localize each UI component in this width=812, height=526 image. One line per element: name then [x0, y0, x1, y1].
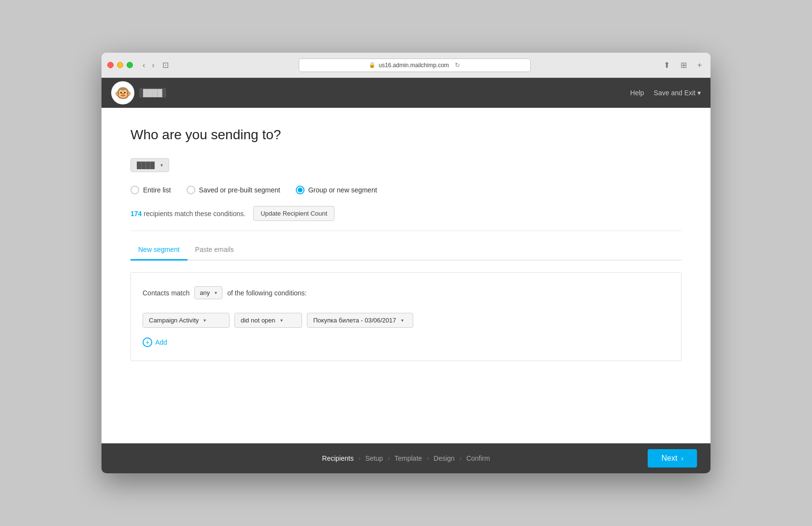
recipients-text: 174 recipients match these conditions.	[130, 210, 246, 218]
filter-field-dropdown[interactable]: Campaign Activity ▾	[143, 313, 230, 328]
match-chevron: ▾	[215, 290, 217, 295]
traffic-lights	[107, 62, 133, 68]
header-right: Help Save and Exit ▾	[630, 89, 701, 97]
breadcrumb-confirm: Confirm	[466, 454, 490, 462]
reload-icon[interactable]: ↻	[455, 61, 460, 69]
share-button[interactable]: ⬆	[661, 59, 673, 71]
radio-entire-list-circle	[130, 186, 139, 194]
filter-value-dropdown[interactable]: Покупка билета - 03/06/2017 ▾	[307, 313, 413, 328]
match-dropdown[interactable]: any ▾	[194, 286, 222, 299]
address-bar: 🔒 us16.admin.mailchimp.com ↻	[177, 58, 652, 72]
next-arrow-icon: ›	[681, 454, 683, 462]
minimize-button[interactable]	[117, 62, 123, 68]
recipients-prefix: recipients match these conditions.	[144, 210, 246, 218]
filter-operator-dropdown[interactable]: did not open ▾	[234, 313, 302, 328]
contacts-match-label: Contacts match	[143, 289, 189, 297]
audience-dropdown[interactable]: ████ ▾	[130, 158, 169, 172]
logo-area: 🐵 ████	[111, 81, 166, 104]
next-label: Next	[661, 454, 677, 463]
page-title: Who are you sending to?	[130, 127, 682, 143]
forward-button[interactable]: ›	[150, 60, 156, 71]
breadcrumb-sep-2: ›	[388, 455, 390, 462]
conditions-suffix: of the following conditions:	[227, 289, 306, 297]
browser-nav: ‹ ›	[141, 60, 157, 71]
breadcrumb-setup: Setup	[365, 454, 383, 462]
filter-operator-chevron: ▾	[280, 318, 283, 323]
url-input[interactable]: 🔒 us16.admin.mailchimp.com ↻	[299, 58, 531, 72]
segment-box: Contacts match any ▾ of the following co…	[130, 272, 682, 361]
radio-saved-segment[interactable]: Saved or pre-built segment	[187, 186, 280, 194]
radio-saved-segment-label: Saved or pre-built segment	[199, 186, 280, 194]
filter-row: Campaign Activity ▾ did not open ▾ Покуп…	[143, 313, 669, 328]
breadcrumb-nav: Recipients › Setup › Template › Design ›…	[322, 454, 490, 462]
maximize-button[interactable]	[127, 62, 133, 68]
tab-new-segment[interactable]: New segment	[130, 241, 188, 261]
help-link[interactable]: Help	[630, 89, 644, 97]
radio-entire-list-label: Entire list	[143, 186, 171, 194]
filter-value-label: Покупка билета - 03/06/2017	[313, 317, 396, 324]
segment-tabs: New segment Paste emails	[130, 241, 682, 261]
save-and-exit-button[interactable]: Save and Exit ▾	[654, 89, 701, 97]
new-tab-button[interactable]: +	[695, 60, 705, 71]
tab-mode-button[interactable]: ⊡	[160, 59, 172, 71]
lock-icon: 🔒	[369, 62, 376, 68]
next-button[interactable]: Next ›	[648, 449, 697, 468]
update-recipient-count-button[interactable]: Update Recipient Count	[253, 206, 334, 221]
recipients-count: 174	[130, 210, 142, 218]
breadcrumb-design: Design	[434, 454, 455, 462]
add-circle-icon: +	[143, 337, 152, 347]
conditions-row: Contacts match any ▾ of the following co…	[143, 286, 669, 299]
recipients-bar: 174 recipients match these conditions. U…	[130, 206, 682, 231]
footer: Recipients › Setup › Template › Design ›…	[102, 443, 710, 473]
breadcrumb-recipients: Recipients	[322, 454, 353, 462]
title-bar-actions: ⬆ ⊞ +	[658, 59, 705, 71]
match-value: any	[200, 289, 210, 296]
duplicate-button[interactable]: ⊞	[678, 59, 690, 71]
radio-entire-list[interactable]: Entire list	[130, 186, 171, 194]
audience-dropdown-chevron: ▾	[160, 162, 163, 168]
title-bar: ‹ › ⊡ 🔒 us16.admin.mailchimp.com ↻ ⬆ ⊞ +	[102, 53, 710, 78]
radio-group-new-segment[interactable]: Group or new segment	[296, 186, 377, 194]
breadcrumb-sep-1: ›	[359, 455, 361, 462]
add-condition-button[interactable]: + Add	[143, 337, 167, 347]
url-text: us16.admin.mailchimp.com	[378, 62, 449, 69]
radio-group: Entire list Saved or pre-built segment G…	[130, 186, 682, 194]
radio-saved-segment-circle	[187, 186, 195, 194]
breadcrumb-sep-4: ›	[460, 455, 462, 462]
mailchimp-logo[interactable]: 🐵	[111, 81, 134, 104]
app-name-label: ████	[139, 88, 166, 98]
add-label: Add	[155, 338, 167, 346]
browser-window: ‹ › ⊡ 🔒 us16.admin.mailchimp.com ↻ ⬆ ⊞ +…	[102, 53, 710, 473]
radio-group-new-segment-circle	[296, 186, 304, 194]
breadcrumb-sep-3: ›	[427, 455, 429, 462]
tab-paste-emails[interactable]: Paste emails	[188, 241, 242, 261]
filter-value-chevron: ▾	[401, 318, 404, 323]
radio-group-new-segment-label: Group or new segment	[308, 186, 377, 194]
filter-operator-label: did not open	[241, 317, 276, 324]
audience-dropdown-label: ████	[137, 161, 155, 169]
back-button[interactable]: ‹	[141, 60, 147, 71]
main-content: Who are you sending to? ████ ▾ Entire li…	[102, 108, 710, 443]
filter-field-label: Campaign Activity	[149, 317, 199, 324]
close-button[interactable]	[107, 62, 114, 68]
breadcrumb-template: Template	[394, 454, 422, 462]
app-header: 🐵 ████ Help Save and Exit ▾	[102, 78, 710, 108]
filter-field-chevron: ▾	[203, 318, 206, 323]
